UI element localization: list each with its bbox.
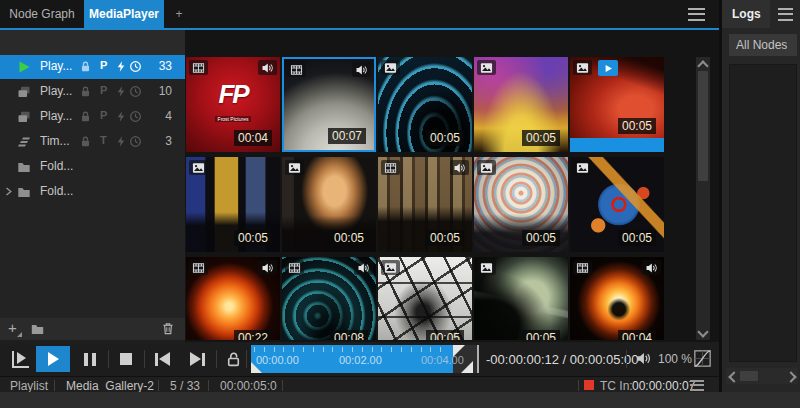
duration-label: 00:05 (522, 230, 560, 246)
audio-icon (258, 60, 277, 75)
scroll-up-icon[interactable] (697, 60, 708, 71)
item-count: 10 (144, 84, 172, 98)
media-thumbnail-2[interactable]: 00:07 (282, 57, 376, 152)
timeline-tick-label: 00:02.00 (339, 354, 382, 366)
duration-label: 00:05 (618, 230, 656, 246)
timeline-tick-label: 00:00.00 (256, 354, 299, 366)
logs-menu-icon[interactable] (778, 8, 793, 21)
expander-icon[interactable] (3, 186, 14, 200)
lock-button[interactable] (220, 346, 246, 372)
sidebar-item-4[interactable]: Tim...T3 (0, 130, 185, 154)
media-thumbnail-13[interactable]: 00:05 (378, 257, 472, 340)
timecode-display: -00:00:00:12 / 00:00:05:00 (486, 352, 639, 367)
all-nodes-filter[interactable]: All Nodes (729, 34, 797, 56)
panel-menu-icon[interactable] (688, 8, 705, 21)
tab-logs[interactable]: Logs (722, 0, 770, 28)
all-nodes-label: All Nodes (736, 38, 787, 52)
bolt-icon (115, 85, 127, 101)
sidebar-item-label: Fold... (40, 184, 73, 198)
media-thumbnail-5[interactable]: 00:05 (570, 57, 664, 152)
tab-mediaplayer[interactable]: MediaPlayer (84, 0, 164, 28)
media-thumbnail-15[interactable]: 00:04 (570, 257, 664, 340)
pause-button[interactable] (76, 346, 104, 372)
previous-clip-button[interactable] (148, 346, 176, 372)
volume-level: 100 % (658, 352, 692, 366)
film-icon (573, 260, 592, 275)
next-icon (190, 352, 201, 366)
delete-button[interactable] (161, 321, 175, 339)
lock-icon (79, 110, 92, 126)
playing-badge (598, 60, 618, 76)
playback-progress-bar (570, 138, 664, 152)
image-icon (381, 260, 400, 275)
bolt-icon (115, 110, 127, 126)
play-section-button[interactable] (6, 346, 34, 372)
statusbar-menu-icon[interactable] (690, 380, 704, 391)
stop-button[interactable] (112, 346, 140, 372)
scroll-down-icon[interactable] (697, 326, 708, 337)
sidebar-item-3[interactable]: Play...P4 (0, 105, 185, 129)
next-clip-button[interactable] (184, 346, 212, 372)
pause-icon (84, 353, 88, 366)
tab-node-graph[interactable]: Node Graph (0, 0, 84, 28)
duration-label: 00:05 (234, 230, 272, 246)
image-icon (573, 60, 592, 75)
scrollbar-thumb[interactable] (698, 71, 708, 181)
sidebar-item-label: Play... (40, 59, 72, 73)
new-folder-button[interactable] (30, 322, 45, 339)
duration-label: 00:05 (522, 130, 560, 146)
film-icon (285, 260, 304, 275)
out-point-marker[interactable] (461, 361, 473, 373)
sidebar-item-label: Fold... (40, 159, 73, 173)
scrollbar-thumb[interactable] (740, 371, 758, 381)
media-thumbnail-4[interactable]: 00:05 (474, 57, 568, 152)
in-point-marker[interactable] (251, 362, 262, 373)
duration-label: 00:05 (426, 330, 464, 340)
playhead-marker[interactable] (453, 345, 465, 357)
logs-horizontal-scrollbar[interactable] (726, 368, 798, 384)
layers-icon (17, 110, 31, 127)
film-icon (287, 62, 306, 77)
media-thumbnail-11[interactable]: 00:22 (186, 257, 280, 340)
media-thumbnail-14[interactable]: 00:05 (474, 257, 568, 340)
media-thumbnail-12[interactable]: 00:08 (282, 257, 376, 340)
lock-icon (79, 135, 92, 151)
tab-label: Node Graph (9, 7, 74, 21)
play-section-icon (12, 351, 29, 368)
scroll-left-icon[interactable] (728, 371, 739, 382)
clip-timeline[interactable]: 00:00.00 00:02.00 00:04.00 (251, 345, 479, 373)
logs-title: Logs (732, 7, 761, 21)
media-thumbnail-3[interactable]: 00:05 (378, 57, 472, 152)
clock-icon (129, 110, 142, 126)
media-thumbnail-6[interactable]: 00:05 (186, 157, 280, 252)
media-thumbnail-8[interactable]: 00:05 (378, 157, 472, 252)
add-playlist-button[interactable]: + (8, 319, 17, 336)
logo-mark: FP (186, 79, 280, 110)
media-thumbnail-1[interactable]: FPFrost Pictures00:04 (186, 57, 280, 152)
play-button[interactable] (36, 346, 70, 372)
status-playlist-name: Media_Gallery-2 (66, 379, 154, 393)
bolt-icon (115, 135, 127, 151)
media-grid: FPFrost Pictures00:0400:0700:0500:0500:0… (186, 57, 664, 340)
fade-curve-button[interactable] (694, 350, 711, 367)
status-position: 5 / 33 (170, 379, 200, 393)
media-thumbnail-9[interactable]: 00:05 (474, 157, 568, 252)
volume-icon[interactable] (636, 351, 651, 366)
sidebar-item-1[interactable]: Play...P33 (0, 55, 185, 79)
status-mode: Playlist (10, 379, 48, 393)
image-icon (381, 60, 400, 75)
sidebar-toolbar: + (0, 318, 185, 340)
media-thumbnail-7[interactable]: 00:05 (282, 157, 376, 252)
media-thumbnail-10[interactable]: 00:05 (570, 157, 664, 252)
sidebar-item-label: Tim... (40, 134, 70, 148)
add-tab-button[interactable]: + (168, 0, 190, 28)
sidebar-item-2[interactable]: Play...P10 (0, 80, 185, 104)
grid-scrollbar[interactable] (696, 57, 710, 340)
sidebar-item-5[interactable]: Fold... (0, 155, 185, 179)
duration-label: 00:05 (426, 230, 464, 246)
tc-in-label: TC In: (600, 379, 633, 393)
sidebar-item-6[interactable]: Fold... (0, 180, 185, 204)
type-letter-badge: P (100, 84, 107, 96)
scroll-right-icon[interactable] (785, 371, 796, 382)
duration-label: 00:04 (234, 130, 272, 146)
